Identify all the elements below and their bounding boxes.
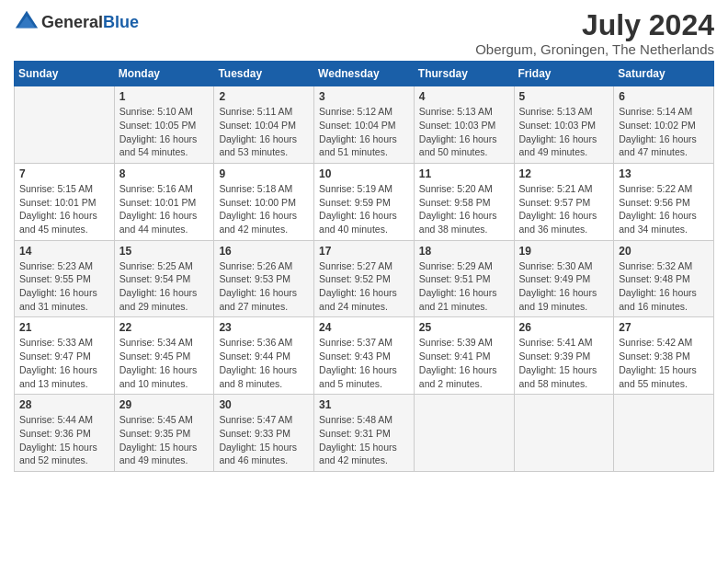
day-number: 28: [19, 398, 109, 411]
calendar-cell: 19Sunrise: 5:30 AM Sunset: 9:49 PM Dayli…: [514, 240, 614, 317]
day-number: 3: [319, 90, 409, 103]
day-info: Sunrise: 5:20 AM Sunset: 9:58 PM Dayligh…: [419, 182, 509, 236]
day-number: 16: [219, 245, 309, 258]
day-info: Sunrise: 5:26 AM Sunset: 9:53 PM Dayligh…: [219, 259, 309, 314]
day-info: Sunrise: 5:13 AM Sunset: 10:03 PM Daylig…: [419, 105, 509, 159]
day-number: 17: [319, 245, 409, 258]
day-info: Sunrise: 5:30 AM Sunset: 9:49 PM Dayligh…: [519, 259, 609, 314]
day-info: Sunrise: 5:19 AM Sunset: 9:59 PM Dayligh…: [319, 182, 409, 236]
day-number: 21: [19, 321, 109, 334]
day-info: Sunrise: 5:39 AM Sunset: 9:41 PM Dayligh…: [419, 336, 509, 390]
day-number: 25: [419, 321, 509, 334]
day-number: 18: [419, 245, 509, 258]
title-block: July 2024 Obergum, Groningen, The Nether…: [475, 9, 714, 57]
day-info: Sunrise: 5:33 AM Sunset: 9:47 PM Dayligh…: [19, 336, 109, 390]
day-number: 10: [319, 167, 409, 180]
day-number: 2: [219, 90, 309, 103]
day-info: Sunrise: 5:48 AM Sunset: 9:31 PM Dayligh…: [319, 413, 409, 467]
calendar-cell: 8Sunrise: 5:16 AM Sunset: 10:01 PM Dayli…: [114, 163, 214, 240]
calendar-cell: [15, 86, 115, 164]
day-info: Sunrise: 5:27 AM Sunset: 9:52 PM Dayligh…: [319, 259, 409, 314]
calendar-cell: 29Sunrise: 5:45 AM Sunset: 9:35 PM Dayli…: [114, 395, 214, 472]
day-number: 26: [519, 321, 609, 334]
day-info: Sunrise: 5:21 AM Sunset: 9:57 PM Dayligh…: [519, 182, 609, 236]
day-info: Sunrise: 5:42 AM Sunset: 9:38 PM Dayligh…: [619, 336, 709, 390]
day-info: Sunrise: 5:25 AM Sunset: 9:54 PM Dayligh…: [119, 259, 210, 314]
day-number: 8: [119, 167, 210, 180]
calendar-cell: 3Sunrise: 5:12 AM Sunset: 10:04 PM Dayli…: [314, 86, 415, 164]
day-info: Sunrise: 5:36 AM Sunset: 9:44 PM Dayligh…: [219, 336, 309, 390]
calendar-header-row: SundayMondayTuesdayWednesdayThursdayFrid…: [15, 62, 714, 86]
day-info: Sunrise: 5:47 AM Sunset: 9:33 PM Dayligh…: [219, 413, 309, 467]
day-number: 11: [419, 167, 509, 180]
page-header: GeneralBlue July 2024 Obergum, Groningen…: [14, 9, 714, 57]
calendar-week-row: 28Sunrise: 5:44 AM Sunset: 9:36 PM Dayli…: [15, 395, 714, 472]
calendar-week-row: 21Sunrise: 5:33 AM Sunset: 9:47 PM Dayli…: [15, 317, 714, 395]
day-info: Sunrise: 5:32 AM Sunset: 9:48 PM Dayligh…: [619, 259, 709, 314]
day-number: 31: [319, 398, 409, 411]
day-info: Sunrise: 5:29 AM Sunset: 9:51 PM Dayligh…: [419, 259, 509, 314]
day-number: 5: [519, 90, 609, 103]
day-info: Sunrise: 5:22 AM Sunset: 9:56 PM Dayligh…: [619, 182, 709, 236]
calendar-cell: 6Sunrise: 5:14 AM Sunset: 10:02 PM Dayli…: [614, 86, 714, 164]
day-number: 20: [619, 245, 709, 258]
calendar-cell: 2Sunrise: 5:11 AM Sunset: 10:04 PM Dayli…: [214, 86, 314, 164]
logo-general-text: General: [41, 13, 103, 31]
day-info: Sunrise: 5:34 AM Sunset: 9:45 PM Dayligh…: [119, 336, 210, 390]
day-info: Sunrise: 5:16 AM Sunset: 10:01 PM Daylig…: [119, 182, 210, 236]
day-info: Sunrise: 5:14 AM Sunset: 10:02 PM Daylig…: [619, 105, 709, 159]
header-wednesday: Wednesday: [314, 62, 415, 86]
day-number: 12: [519, 167, 609, 180]
calendar-cell: 11Sunrise: 5:20 AM Sunset: 9:58 PM Dayli…: [414, 163, 514, 240]
header-thursday: Thursday: [414, 62, 514, 86]
header-saturday: Saturday: [614, 62, 714, 86]
day-info: Sunrise: 5:15 AM Sunset: 10:01 PM Daylig…: [19, 182, 109, 236]
logo: GeneralBlue: [14, 9, 139, 35]
calendar-cell: 20Sunrise: 5:32 AM Sunset: 9:48 PM Dayli…: [614, 240, 714, 317]
day-number: 30: [219, 398, 309, 411]
calendar-cell: 15Sunrise: 5:25 AM Sunset: 9:54 PM Dayli…: [114, 240, 214, 317]
calendar-cell: 14Sunrise: 5:23 AM Sunset: 9:55 PM Dayli…: [15, 240, 115, 317]
day-number: 7: [19, 167, 109, 180]
day-info: Sunrise: 5:18 AM Sunset: 10:00 PM Daylig…: [219, 182, 309, 236]
calendar-week-row: 1Sunrise: 5:10 AM Sunset: 10:05 PM Dayli…: [15, 86, 714, 164]
day-number: 14: [19, 245, 109, 258]
calendar-cell: 18Sunrise: 5:29 AM Sunset: 9:51 PM Dayli…: [414, 240, 514, 317]
header-tuesday: Tuesday: [214, 62, 314, 86]
logo-icon: [14, 9, 40, 35]
calendar-cell: 17Sunrise: 5:27 AM Sunset: 9:52 PM Dayli…: [314, 240, 415, 317]
calendar-cell: 5Sunrise: 5:13 AM Sunset: 10:03 PM Dayli…: [514, 86, 614, 164]
day-info: Sunrise: 5:44 AM Sunset: 9:36 PM Dayligh…: [19, 413, 109, 467]
day-number: 24: [319, 321, 409, 334]
day-number: 6: [619, 90, 709, 103]
header-sunday: Sunday: [15, 62, 115, 86]
calendar-cell: 16Sunrise: 5:26 AM Sunset: 9:53 PM Dayli…: [214, 240, 314, 317]
calendar-cell: [614, 395, 714, 472]
calendar-week-row: 7Sunrise: 5:15 AM Sunset: 10:01 PM Dayli…: [15, 163, 714, 240]
calendar-cell: 13Sunrise: 5:22 AM Sunset: 9:56 PM Dayli…: [614, 163, 714, 240]
calendar-cell: 4Sunrise: 5:13 AM Sunset: 10:03 PM Dayli…: [414, 86, 514, 164]
calendar-cell: 28Sunrise: 5:44 AM Sunset: 9:36 PM Dayli…: [15, 395, 115, 472]
calendar-cell: 26Sunrise: 5:41 AM Sunset: 9:39 PM Dayli…: [514, 317, 614, 395]
day-number: 1: [119, 90, 210, 103]
day-number: 13: [619, 167, 709, 180]
day-info: Sunrise: 5:41 AM Sunset: 9:39 PM Dayligh…: [519, 336, 609, 390]
calendar-cell: 7Sunrise: 5:15 AM Sunset: 10:01 PM Dayli…: [15, 163, 115, 240]
day-number: 23: [219, 321, 309, 334]
location-title: Obergum, Groningen, The Netherlands: [475, 41, 714, 57]
calendar-cell: 10Sunrise: 5:19 AM Sunset: 9:59 PM Dayli…: [314, 163, 415, 240]
day-number: 9: [219, 167, 309, 180]
day-number: 19: [519, 245, 609, 258]
day-info: Sunrise: 5:23 AM Sunset: 9:55 PM Dayligh…: [19, 259, 109, 314]
calendar-week-row: 14Sunrise: 5:23 AM Sunset: 9:55 PM Dayli…: [15, 240, 714, 317]
header-friday: Friday: [514, 62, 614, 86]
logo-blue-text: Blue: [103, 13, 139, 31]
day-info: Sunrise: 5:11 AM Sunset: 10:04 PM Daylig…: [219, 105, 309, 159]
calendar-cell: [414, 395, 514, 472]
calendar-cell: 25Sunrise: 5:39 AM Sunset: 9:41 PM Dayli…: [414, 317, 514, 395]
calendar-cell: [514, 395, 614, 472]
day-info: Sunrise: 5:10 AM Sunset: 10:05 PM Daylig…: [119, 105, 210, 159]
day-info: Sunrise: 5:13 AM Sunset: 10:03 PM Daylig…: [519, 105, 609, 159]
calendar-cell: 31Sunrise: 5:48 AM Sunset: 9:31 PM Dayli…: [314, 395, 415, 472]
calendar-cell: 23Sunrise: 5:36 AM Sunset: 9:44 PM Dayli…: [214, 317, 314, 395]
